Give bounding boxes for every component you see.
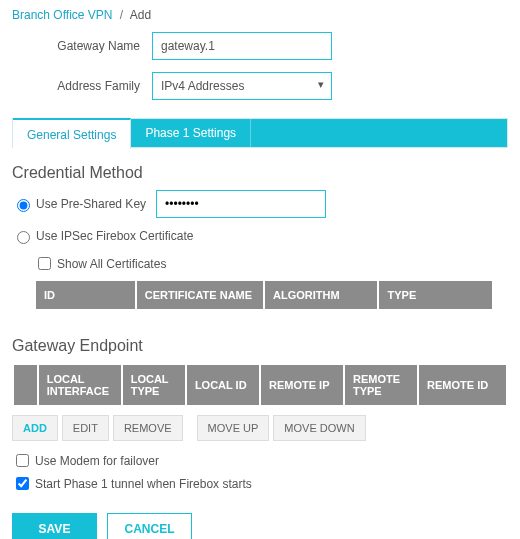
cancel-button[interactable]: CANCEL — [107, 513, 192, 539]
tabs: General Settings Phase 1 Settings — [12, 118, 508, 148]
breadcrumb: Branch Office VPN / Add — [12, 8, 508, 22]
modem-failover-checkbox[interactable] — [16, 454, 29, 467]
ge-th-remote-type: REMOTE TYPE — [344, 364, 418, 406]
ge-th-local-type: LOCAL TYPE — [122, 364, 186, 406]
move-up-button[interactable]: MOVE UP — [197, 415, 270, 441]
show-all-certs-checkbox[interactable] — [38, 257, 51, 270]
psk-label: Use Pre-Shared Key — [36, 197, 146, 211]
breadcrumb-parent[interactable]: Branch Office VPN — [12, 8, 113, 22]
cert-th-name: CERTIFICATE NAME — [136, 280, 264, 310]
ge-th-blank — [13, 364, 38, 406]
move-down-button[interactable]: MOVE DOWN — [273, 415, 365, 441]
ge-th-remote-id: REMOTE ID — [418, 364, 507, 406]
ipsec-label: Use IPSec Firebox Certificate — [36, 229, 193, 243]
ge-th-local-interface: LOCAL INTERFACE — [38, 364, 122, 406]
psk-input[interactable] — [156, 190, 326, 218]
tab-general-settings[interactable]: General Settings — [13, 118, 131, 149]
ge-table: LOCAL INTERFACE LOCAL TYPE LOCAL ID REMO… — [12, 363, 508, 407]
cert-th-algorithm: ALGORITHM — [264, 280, 379, 310]
gateway-name-input[interactable] — [152, 32, 332, 60]
psk-radio[interactable] — [17, 199, 30, 212]
breadcrumb-sep: / — [120, 8, 123, 22]
ge-th-local-id: LOCAL ID — [186, 364, 260, 406]
credential-method-title: Credential Method — [12, 164, 508, 182]
show-all-certs-label: Show All Certificates — [57, 257, 166, 271]
gateway-name-label: Gateway Name — [12, 39, 152, 53]
cert-table: ID CERTIFICATE NAME ALGORITHM TYPE — [34, 279, 494, 311]
remove-button[interactable]: REMOVE — [113, 415, 183, 441]
save-button[interactable]: SAVE — [12, 513, 97, 539]
cert-th-id: ID — [35, 280, 136, 310]
breadcrumb-current: Add — [130, 8, 151, 22]
address-family-select[interactable]: IPv4 Addresses — [152, 72, 332, 100]
start-phase1-label: Start Phase 1 tunnel when Firebox starts — [35, 477, 252, 491]
start-phase1-checkbox[interactable] — [16, 477, 29, 490]
tab-phase1-settings[interactable]: Phase 1 Settings — [131, 119, 251, 147]
address-family-label: Address Family — [12, 79, 152, 93]
cert-th-type: TYPE — [378, 280, 493, 310]
add-button[interactable]: ADD — [12, 415, 58, 441]
modem-failover-label: Use Modem for failover — [35, 454, 159, 468]
ipsec-radio[interactable] — [17, 231, 30, 244]
ge-th-remote-ip: REMOTE IP — [260, 364, 344, 406]
gateway-endpoint-title: Gateway Endpoint — [12, 337, 508, 355]
edit-button[interactable]: EDIT — [62, 415, 109, 441]
